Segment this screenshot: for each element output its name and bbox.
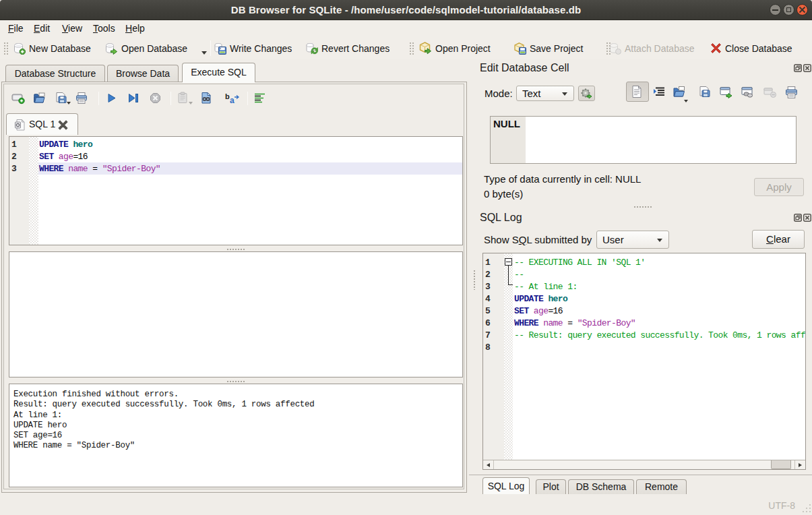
svg-text:b: b [225,92,230,100]
svg-text:a: a [230,96,235,104]
